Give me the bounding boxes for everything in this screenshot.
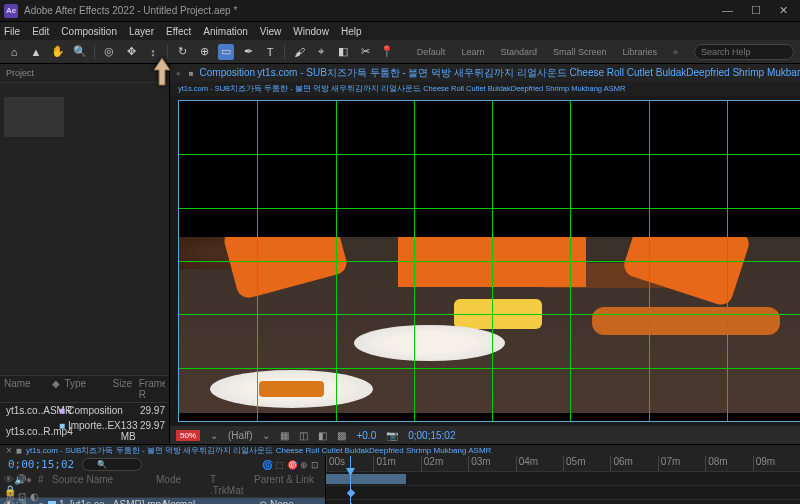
- menu-file[interactable]: File: [4, 26, 20, 37]
- menu-view[interactable]: View: [260, 26, 282, 37]
- rotate-tool[interactable]: ↻: [174, 44, 190, 60]
- rectangle-tool[interactable]: ▭: [218, 44, 234, 60]
- workspace-standard[interactable]: Standard: [500, 47, 537, 57]
- col-frame[interactable]: Frame R: [139, 378, 165, 400]
- menu-effect[interactable]: Effect: [166, 26, 191, 37]
- window-title: Adobe After Effects 2022 - Untitled Proj…: [24, 5, 722, 16]
- workspace-libraries[interactable]: Libraries: [622, 47, 657, 57]
- quality-dropdown-icon[interactable]: ⌄: [262, 430, 270, 441]
- project-panel-header[interactable]: Project: [0, 64, 169, 83]
- menu-window[interactable]: Window: [293, 26, 329, 37]
- brush-tool[interactable]: 🖌: [291, 44, 307, 60]
- motion-blur-icon[interactable]: ◐: [30, 491, 39, 502]
- maximize-button[interactable]: ☐: [751, 4, 761, 17]
- workspace-learn[interactable]: Learn: [461, 47, 484, 57]
- viewer-mask-icon[interactable]: ◫: [299, 430, 308, 441]
- callout-arrow-icon: [152, 58, 172, 86]
- puppet-tool[interactable]: 📍: [379, 44, 395, 60]
- roto-tool[interactable]: ✂: [357, 44, 373, 60]
- minimize-button[interactable]: —: [722, 4, 733, 17]
- workspace-more-icon[interactable]: »: [673, 47, 678, 57]
- viewer-exposure[interactable]: +0.0: [356, 430, 376, 441]
- orbit-tool[interactable]: ◎: [101, 44, 117, 60]
- quality-selector[interactable]: (Half): [228, 430, 252, 441]
- frame-blend-icon[interactable]: ⊡: [18, 491, 26, 502]
- timeline-track-area[interactable]: 00s 01m 02m 03m 04m 05m 06m 07m 08m 09m: [326, 456, 800, 504]
- eraser-tool[interactable]: ◧: [335, 44, 351, 60]
- playhead[interactable]: [350, 456, 351, 504]
- zoom-tool[interactable]: 🔍: [72, 44, 88, 60]
- col-type[interactable]: Type: [64, 378, 112, 400]
- menu-composition[interactable]: Composition: [61, 26, 117, 37]
- col-label-icon[interactable]: ◆: [52, 378, 64, 400]
- col-name[interactable]: Name: [4, 378, 52, 400]
- pan-tool[interactable]: ✥: [123, 44, 139, 60]
- anchor-tool[interactable]: ⊕: [196, 44, 212, 60]
- workspace-default[interactable]: Default: [417, 47, 446, 57]
- menu-help[interactable]: Help: [341, 26, 362, 37]
- pen-tool[interactable]: ✒: [240, 44, 256, 60]
- project-item[interactable]: yt1s.co..ASMR ■ Composition 29.97: [0, 403, 169, 418]
- composition-breadcrumb[interactable]: yt1s.com - SUB치즈가득 두툼한 - 불면 먹방 새우튀김까지 리얼…: [170, 82, 800, 96]
- app-icon: Ae: [4, 4, 18, 18]
- timeline-tab[interactable]: yt1s.com - SUB치즈가득 두툼한 - 불면 먹방 새우튀김까지 리얼…: [26, 445, 491, 456]
- clone-tool[interactable]: ⌖: [313, 44, 329, 60]
- viewer-transparency-icon[interactable]: ▩: [337, 430, 346, 441]
- menu-animation[interactable]: Animation: [203, 26, 247, 37]
- menu-edit[interactable]: Edit: [32, 26, 49, 37]
- timeline-layer[interactable]: 👁🔊▼1[yt1s.co...ASMR].mp4Normal⊙None: [0, 498, 325, 504]
- zoom-dropdown-icon[interactable]: ⌄: [210, 430, 218, 441]
- menu-bar: File Edit Composition Layer Effect Anima…: [0, 22, 800, 40]
- viewer-grid-icon[interactable]: ▦: [280, 430, 289, 441]
- composition-tab: Composition yt1s.com - SUB치즈가득 두툼한 - 불면 …: [200, 66, 800, 80]
- workspace-small[interactable]: Small Screen: [553, 47, 607, 57]
- timeline-search[interactable]: [82, 458, 142, 471]
- snapshot-icon[interactable]: 📷: [386, 430, 398, 441]
- col-size[interactable]: Size: [113, 378, 139, 400]
- selection-tool[interactable]: ▲: [28, 44, 44, 60]
- timeline-timecode[interactable]: 0;00;15;02: [0, 456, 82, 473]
- viewer-timecode[interactable]: 0;00;15;02: [408, 430, 455, 441]
- home-tool[interactable]: ⌂: [6, 44, 22, 60]
- toggle-switches-icon[interactable]: ⊞: [6, 491, 14, 502]
- type-tool[interactable]: T: [262, 44, 278, 60]
- close-button[interactable]: ✕: [779, 4, 788, 17]
- search-help-input[interactable]: [694, 44, 794, 60]
- hand-tool[interactable]: ✋: [50, 44, 66, 60]
- toolbar: ⌂ ▲ ✋ 🔍 ◎ ✥ ↕ ↻ ⊕ ▭ ✒ T 🖌 ⌖ ◧ ✂ 📍 Defaul…: [0, 40, 800, 64]
- project-item[interactable]: yt1s.co..R.mp4 ■ Importe..EX 133 MB 29.9…: [0, 418, 169, 444]
- viewer-channel-icon[interactable]: ◧: [318, 430, 327, 441]
- project-thumbnail: [4, 97, 64, 137]
- menu-layer[interactable]: Layer: [129, 26, 154, 37]
- composition-viewer[interactable]: [178, 100, 800, 422]
- zoom-level[interactable]: 50%: [176, 430, 200, 441]
